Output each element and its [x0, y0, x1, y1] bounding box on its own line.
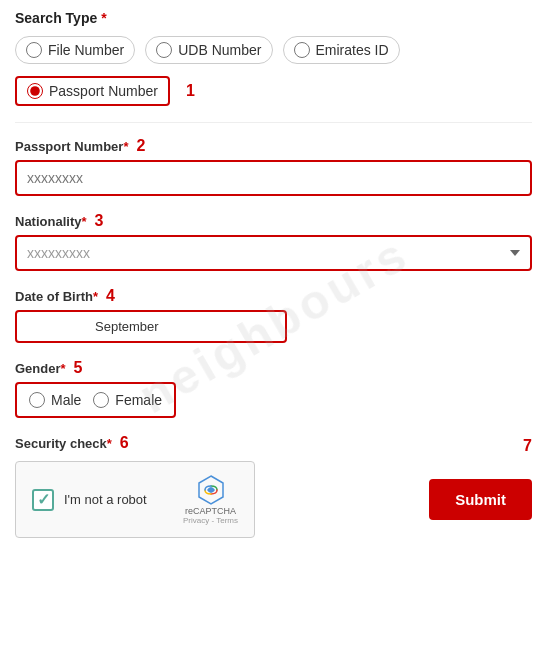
dob-month-select[interactable]: January February March April May June Ju…	[91, 314, 201, 339]
nationality-label: Nationality * 3	[15, 212, 532, 230]
option-udb-number[interactable]: UDB Number	[145, 36, 272, 64]
search-type-badge: 1	[186, 82, 195, 100]
captcha-terms-link[interactable]: Terms	[216, 516, 238, 525]
option-emirates-id-label: Emirates ID	[316, 42, 389, 58]
dob-badge: 4	[106, 287, 115, 305]
security-check-badge: 6	[120, 434, 129, 452]
radio-udb-number[interactable]	[156, 42, 172, 58]
gender-label: Gender * 5	[15, 359, 532, 377]
nationality-select[interactable]: xxxxxxxxx Afghan Albanian American Briti…	[15, 235, 532, 271]
option-file-number-label: File Number	[48, 42, 124, 58]
option-passport-number[interactable]: Passport Number	[15, 76, 170, 106]
radio-passport-number[interactable]	[27, 83, 43, 99]
dob-wrapper: 12 34 510 1520 2531 January February Mar…	[15, 310, 287, 343]
passport-number-title: Passport Number	[15, 139, 123, 154]
option-male-label: Male	[51, 392, 81, 408]
submit-button[interactable]: Submit	[429, 479, 532, 520]
radio-female[interactable]	[93, 392, 109, 408]
dob-required: *	[93, 289, 98, 304]
nationality-section: Nationality * 3 xxxxxxxxx Afghan Albania…	[15, 212, 532, 271]
captcha-logo: reCAPTCHA Privacy - Terms	[183, 474, 238, 525]
nationality-badge: 3	[95, 212, 104, 230]
dob-label: Date of Birth * 4	[15, 287, 532, 305]
captcha-checkbox[interactable]: ✓	[32, 489, 54, 511]
submit-badge: 7	[523, 437, 532, 455]
passport-number-input[interactable]	[15, 160, 532, 196]
option-file-number[interactable]: File Number	[15, 36, 135, 64]
gender-section: Gender * 5 Male Female	[15, 359, 532, 418]
option-male[interactable]: Male	[29, 392, 81, 408]
option-passport-number-label: Passport Number	[49, 83, 158, 99]
passport-number-label: Passport Number * 2	[15, 137, 532, 155]
security-check-title: Security check	[15, 436, 107, 451]
radio-male[interactable]	[29, 392, 45, 408]
dob-year-select[interactable]: 1950 1960 1970 1980 1990 2000	[201, 314, 281, 339]
dob-section: Date of Birth * 4 12 34 510 1520 2531 Ja…	[15, 287, 532, 343]
nationality-required: *	[81, 214, 86, 229]
option-udb-number-label: UDB Number	[178, 42, 261, 58]
option-female-label: Female	[115, 392, 162, 408]
option-emirates-id[interactable]: Emirates ID	[283, 36, 400, 64]
gender-title: Gender	[15, 361, 61, 376]
gender-options: Male Female	[15, 382, 176, 418]
captcha-box[interactable]: ✓ I'm not a robot reCAPTCHA Privacy -	[15, 461, 255, 538]
bottom-row: ✓ I'm not a robot reCAPTCHA Privacy -	[15, 461, 532, 538]
passport-number-badge: 2	[136, 137, 145, 155]
passport-number-required: *	[123, 139, 128, 154]
search-type-options: File Number UDB Number Emirates ID	[15, 36, 532, 64]
recaptcha-icon	[195, 474, 227, 506]
radio-file-number[interactable]	[26, 42, 42, 58]
security-check-required: *	[107, 436, 112, 451]
gender-required: *	[61, 361, 66, 376]
captcha-checkmark-icon: ✓	[37, 490, 50, 509]
radio-emirates-id[interactable]	[294, 42, 310, 58]
search-type-section: Search Type * File Number UDB Number Emi…	[15, 10, 532, 106]
recaptcha-brand: reCAPTCHA	[185, 506, 236, 516]
dob-title: Date of Birth	[15, 289, 93, 304]
passport-number-section: Passport Number * 2	[15, 137, 532, 196]
captcha-links: Privacy - Terms	[183, 516, 238, 525]
security-submit-row: Security check * 6 7 ✓ I'm not a robot	[15, 434, 532, 538]
option-female[interactable]: Female	[93, 392, 162, 408]
nationality-title: Nationality	[15, 214, 81, 229]
captcha-left: ✓ I'm not a robot	[32, 489, 147, 511]
gender-badge: 5	[74, 359, 83, 377]
security-check-label: Security check * 6	[15, 434, 129, 452]
captcha-privacy-link[interactable]: Privacy	[183, 516, 209, 525]
search-type-label: Search Type *	[15, 10, 532, 26]
security-check-section: Security check * 6 7	[15, 434, 532, 457]
search-type-required: *	[101, 10, 106, 26]
captcha-text: I'm not a robot	[64, 492, 147, 507]
dob-day-select[interactable]: 12 34 510 1520 2531	[21, 314, 91, 339]
search-type-title: Search Type	[15, 10, 97, 26]
